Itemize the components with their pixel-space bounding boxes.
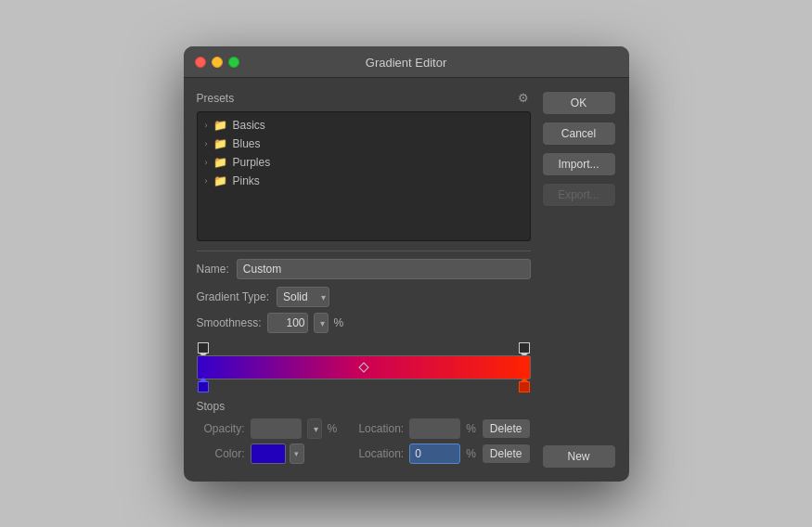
gradient-type-label: Gradient Type:: [197, 290, 270, 303]
delete-opacity-button[interactable]: Delete: [482, 418, 531, 439]
stops-section: Stops Opacity: % Location: % Delete: [197, 400, 531, 464]
minimize-button[interactable]: [212, 57, 223, 68]
import-button[interactable]: Import...: [542, 152, 616, 176]
color-swatch[interactable]: [251, 443, 286, 464]
dialog-body: Presets ⚙ › 📁 Basics › 📁 Blues › 📁 Purp: [184, 78, 629, 482]
new-button[interactable]: New: [542, 444, 616, 469]
preset-item-blues[interactable]: › 📁 Blues: [198, 135, 530, 153]
preset-label-pinks: Pinks: [233, 174, 260, 187]
bottom-stops: [197, 381, 531, 392]
presets-list[interactable]: › 📁 Basics › 📁 Blues › 📁 Purples › 📁: [197, 111, 531, 241]
gradient-type-row: Gradient Type: Solid Noise: [197, 287, 531, 307]
folder-icon: 📁: [213, 137, 227, 150]
presets-section-header: Presets ⚙: [197, 91, 531, 106]
name-input[interactable]: [237, 259, 531, 279]
chevron-icon: ›: [205, 139, 208, 148]
color-location-label: Location:: [355, 447, 404, 460]
close-button[interactable]: [195, 57, 206, 68]
opacity-stop-right[interactable]: [519, 342, 530, 353]
export-button[interactable]: Export...: [542, 183, 616, 207]
cancel-button[interactable]: Cancel: [542, 122, 616, 146]
opacity-label: Opacity:: [197, 422, 245, 435]
delete-color-button[interactable]: Delete: [482, 443, 531, 464]
gradient-type-select-wrapper: Solid Noise: [277, 287, 329, 307]
smoothness-arrow-wrapper: [314, 313, 329, 333]
opacity-stops-row: Opacity: % Location: % Delete: [197, 418, 531, 439]
opacity-location-label: Location:: [355, 422, 404, 435]
divider: [197, 251, 531, 251]
smoothness-row: Smoothness: %: [197, 313, 531, 333]
folder-icon: 📁: [213, 156, 227, 169]
smoothness-unit: %: [334, 316, 344, 329]
opacity-location-unit: %: [466, 422, 476, 435]
opacity-input[interactable]: [251, 418, 302, 439]
smoothness-label: Smoothness:: [197, 316, 262, 329]
traffic-lights: [195, 57, 239, 68]
preset-label-purples: Purples: [233, 156, 271, 169]
chevron-icon: ›: [205, 158, 208, 167]
ok-button[interactable]: OK: [542, 91, 616, 115]
color-label: Color:: [197, 447, 245, 460]
opacity-location-input[interactable]: [409, 418, 460, 439]
opacity-select[interactable]: [307, 418, 322, 439]
folder-icon: 📁: [213, 119, 227, 132]
right-panel: OK Cancel Import... Export... New: [542, 91, 616, 469]
chevron-icon: ›: [205, 121, 208, 130]
preset-label-blues: Blues: [233, 137, 261, 150]
smoothness-select[interactable]: [314, 313, 329, 333]
color-swatch-row: ▾: [251, 443, 304, 464]
left-panel: Presets ⚙ › 📁 Basics › 📁 Blues › 📁 Purp: [197, 91, 531, 469]
swatch-dropdown[interactable]: ▾: [290, 443, 304, 464]
color-stop-left[interactable]: [198, 381, 209, 392]
color-location-unit: %: [466, 447, 476, 460]
color-stops-row: Color: ▾ Location: % Delete: [197, 443, 531, 464]
name-label: Name:: [197, 263, 229, 276]
preset-item-pinks[interactable]: › 📁 Pinks: [198, 172, 530, 190]
top-stops: [197, 342, 531, 353]
presets-label: Presets: [197, 92, 235, 105]
chevron-icon: ›: [205, 176, 208, 186]
name-row: Name:: [197, 259, 531, 279]
color-location-input[interactable]: [409, 443, 460, 464]
preset-item-basics[interactable]: › 📁 Basics: [198, 116, 530, 135]
preset-item-purples[interactable]: › 📁 Purples: [198, 153, 530, 172]
gradient-bar-container: [197, 342, 531, 392]
gradient-bar[interactable]: [197, 355, 531, 379]
gradient-editor-dialog: Gradient Editor Presets ⚙ › 📁 Basics › 📁…: [184, 46, 629, 482]
smoothness-input[interactable]: [267, 313, 308, 333]
gradient-type-select[interactable]: Solid Noise: [277, 287, 329, 307]
midpoint-diamond[interactable]: [358, 362, 368, 372]
color-stop-right[interactable]: [519, 381, 530, 392]
opacity-arrow: [307, 418, 322, 439]
gear-icon[interactable]: ⚙: [516, 91, 531, 106]
title-bar: Gradient Editor: [184, 46, 629, 78]
preset-label-basics: Basics: [233, 119, 265, 132]
opacity-stop-left[interactable]: [198, 342, 209, 353]
opacity-unit: %: [328, 422, 338, 435]
maximize-button[interactable]: [228, 57, 239, 68]
folder-icon: 📁: [213, 174, 227, 187]
stops-title: Stops: [197, 400, 531, 413]
dialog-title: Gradient Editor: [366, 56, 446, 70]
